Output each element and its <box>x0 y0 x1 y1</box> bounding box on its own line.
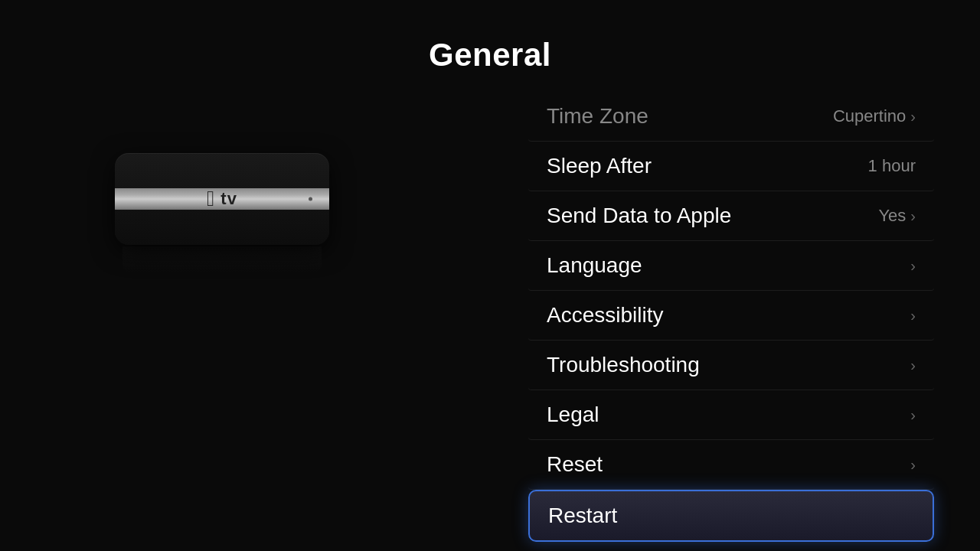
menu-item-label-accessibility: Accessibility <box>547 303 663 328</box>
chevron-icon-troubleshooting: › <box>910 357 916 374</box>
menu-item-right-troubleshooting: › <box>910 357 916 374</box>
chevron-icon-legal: › <box>910 406 916 424</box>
chevron-icon-language: › <box>910 257 916 275</box>
menu-item-label-time-zone: Time Zone <box>547 104 648 129</box>
chevron-icon-send-data: › <box>910 207 916 225</box>
atv-reflection <box>122 246 322 273</box>
menu-item-value-sleep-after: 1 hour <box>868 156 916 176</box>
menu-item-right-reset: › <box>910 456 916 474</box>
menu-item-label-troubleshooting: Troubleshooting <box>547 353 700 377</box>
menu-item-language[interactable]: Language› <box>528 241 934 291</box>
menu-item-time-zone[interactable]: Time ZoneCupertino› <box>528 92 934 142</box>
menu-item-label-sleep-after: Sleep After <box>547 154 652 178</box>
menu-item-right-language: › <box>910 257 916 275</box>
menu-item-send-data[interactable]: Send Data to AppleYes› <box>528 191 934 241</box>
atv-led <box>309 197 312 201</box>
menu-item-value-time-zone: Cupertino <box>833 106 906 126</box>
menu-item-value-send-data: Yes <box>878 206 906 226</box>
menu-item-reset[interactable]: Reset› <box>528 440 934 490</box>
menu-item-right-send-data: Yes› <box>878 206 916 226</box>
menu-item-troubleshooting[interactable]: Troubleshooting› <box>528 341 934 390</box>
menu-item-label-legal: Legal <box>547 403 599 427</box>
menu-item-right-accessibility: › <box>910 307 916 324</box>
menu-item-legal[interactable]: Legal› <box>528 390 934 440</box>
menu-item-right-time-zone: Cupertino› <box>833 106 916 126</box>
chevron-icon-time-zone: › <box>910 108 916 126</box>
menu-item-restart[interactable]: Restart <box>528 490 934 542</box>
apple-logo-icon:  <box>207 187 214 211</box>
chevron-icon-reset: › <box>910 456 916 474</box>
menu-item-sleep-after[interactable]: Sleep After1 hour <box>528 142 934 191</box>
page-title: General <box>0 37 980 73</box>
atv-logo:  tv <box>207 187 237 211</box>
menu-item-label-restart: Restart <box>548 504 617 528</box>
menu-item-right-legal: › <box>910 406 916 424</box>
menu-item-label-language: Language <box>547 253 642 278</box>
chevron-icon-accessibility: › <box>910 307 916 324</box>
menu-item-right-sleep-after: 1 hour <box>868 156 916 176</box>
tv-text: tv <box>220 189 237 209</box>
atv-body:  tv <box>115 153 329 245</box>
menu-item-label-reset: Reset <box>547 452 603 477</box>
menu-item-partial: › <box>528 542 934 551</box>
apple-tv-device:  tv <box>92 153 352 367</box>
settings-menu: Time ZoneCupertino›Sleep After1 hourSend… <box>528 92 980 551</box>
menu-item-accessibility[interactable]: Accessibility› <box>528 291 934 341</box>
menu-item-label-send-data: Send Data to Apple <box>547 204 731 228</box>
